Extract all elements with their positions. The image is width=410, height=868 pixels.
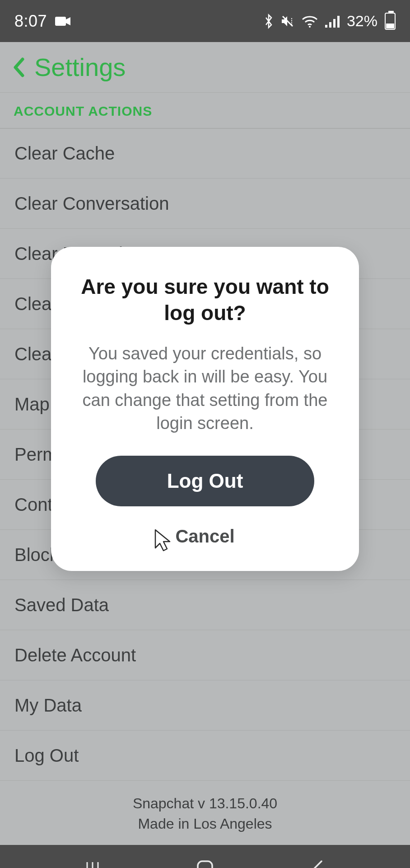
battery-icon (385, 13, 396, 30)
svg-point-3 (309, 26, 311, 28)
svg-rect-4 (325, 25, 327, 28)
section-header-account-actions: ACCOUNT ACTIONS (0, 93, 410, 128)
list-item-label: Map (14, 394, 50, 415)
logout-button[interactable]: Log Out (96, 456, 314, 506)
list-item-clear-cache[interactable]: Clear Cache (0, 128, 410, 179)
mute-vibrate-icon (281, 14, 294, 28)
android-nav-bar (0, 845, 410, 868)
list-item-label: Clear Conversation (14, 193, 169, 214)
wifi-icon (302, 15, 318, 28)
logout-button-label: Log Out (167, 470, 243, 492)
battery-percentage: 32% (347, 12, 377, 30)
list-item-label: Log Out (14, 745, 79, 766)
cancel-button[interactable]: Cancel (73, 519, 337, 549)
camera-icon (55, 16, 70, 27)
dialog-body: You saved your credentials, so logging b… (73, 342, 337, 435)
page-title: Settings (34, 52, 126, 82)
list-item-label: Delete Account (14, 645, 136, 665)
page-header: Settings (0, 42, 410, 93)
app-version-line: Snapchat v 13.15.0.40 (0, 793, 410, 814)
status-bar: 8:07 32% (0, 0, 410, 42)
bluetooth-icon (264, 13, 274, 29)
logout-confirm-dialog: Are you sure you want to log out? You sa… (51, 247, 359, 571)
list-item-label: My Data (14, 695, 82, 716)
list-item-saved-data[interactable]: Saved Data (0, 580, 410, 630)
svg-rect-11 (198, 861, 212, 868)
svg-rect-5 (329, 22, 331, 28)
signal-icon (325, 15, 340, 28)
app-origin-line: Made in Los Angeles (0, 814, 410, 834)
recents-button[interactable] (65, 855, 120, 868)
list-item-label: Saved Data (14, 595, 109, 615)
svg-rect-6 (333, 19, 335, 28)
list-item-label: Clear Cache (14, 143, 115, 164)
status-clock: 8:07 (14, 12, 47, 31)
back-nav-button[interactable] (290, 855, 345, 868)
svg-rect-0 (55, 17, 66, 26)
list-item-delete-account[interactable]: Delete Account (0, 630, 410, 680)
cancel-button-label: Cancel (175, 526, 234, 546)
list-item-log-out[interactable]: Log Out (0, 731, 410, 781)
home-button[interactable] (178, 855, 232, 868)
list-item-my-data[interactable]: My Data (0, 680, 410, 731)
list-item-clear-conversation[interactable]: Clear Conversation (0, 179, 410, 229)
app-version-footer: Snapchat v 13.15.0.40 Made in Los Angele… (0, 781, 410, 845)
back-button[interactable] (13, 57, 34, 77)
dialog-title: Are you sure you want to log out? (73, 274, 337, 326)
svg-rect-7 (337, 16, 340, 28)
